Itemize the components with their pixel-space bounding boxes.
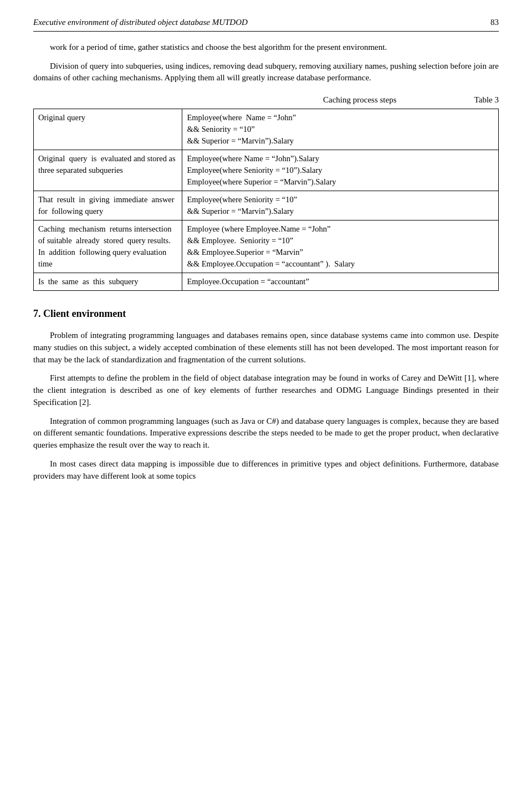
table-row: That result in giving immediate answer f… [34,191,499,220]
page-number: 83 [490,17,499,29]
table-label: Table 3 [469,94,499,106]
table-cell-right: Employee(where Seniority = “10” && Super… [182,191,499,220]
table-row: Caching mechanism returns intersection o… [34,220,499,273]
section7-paragraph: Integration of common programming langua… [33,416,499,452]
table-cell-left: That result in giving immediate answer f… [34,191,182,220]
table-cell-left: Original query [34,109,182,150]
table-cell-left: Is the same as this subquery [34,273,182,290]
table-row: Original query is evaluated and stored a… [34,150,499,191]
intro-paragraph: work for a period of time, gather statis… [33,42,499,54]
table-row: Original queryEmployee(where Name = “Joh… [34,109,499,150]
section7-body: Problem of integrating programming langu… [33,330,499,482]
section7-paragraph: First attempts to define the problem in … [33,372,499,408]
table-section: Caching process steps Table 3 Original q… [33,94,499,291]
table-cell-left: Caching mechanism returns intersection o… [34,220,182,273]
page-header: Executive environment of distributed obj… [33,17,499,32]
caching-table: Original queryEmployee(where Name = “Joh… [33,109,499,291]
table-cell-left: Original query is evaluated and stored a… [34,150,182,191]
section7-heading: 7. Client environment [33,306,499,321]
table-cell-right: Employee.Occupation = “accountant” [182,273,499,290]
table-row: Is the same as this subqueryEmployee.Occ… [34,273,499,290]
header-title: Executive environment of distributed obj… [33,17,248,29]
division-paragraph: Division of query into subqueries, using… [33,60,499,85]
section7-paragraph: Problem of integrating programming langu… [33,330,499,366]
table-cell-right: Employee(where Name = “John”).Salary Emp… [182,150,499,191]
table-cell-right: Employee(where Name = “John” && Seniorit… [182,109,499,150]
table-caption: Caching process steps [251,94,469,106]
table-label-row: Caching process steps Table 3 [33,94,499,106]
table-cell-right: Employee (where Employee.Name = “John” &… [182,220,499,273]
section7-paragraph: In most cases direct data mapping is imp… [33,458,499,483]
